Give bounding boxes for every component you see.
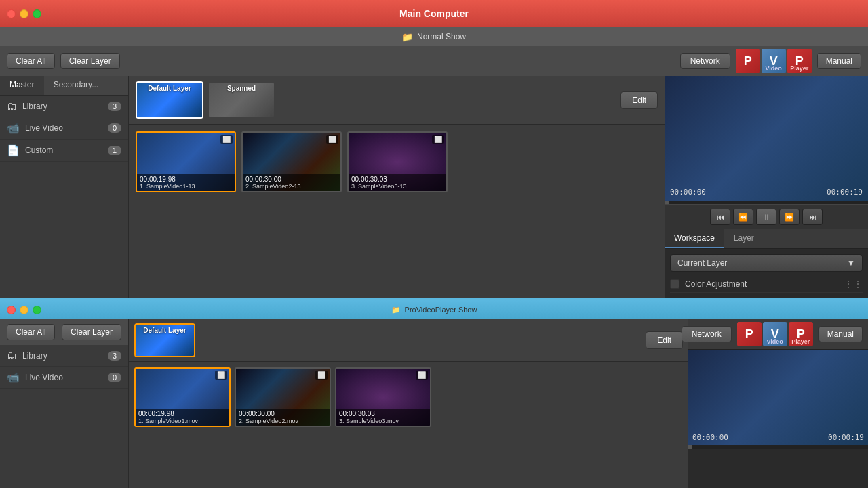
- video-thumb-3[interactable]: ⬜ 00:00:30.03 3. SampleVideo3-13....: [347, 131, 448, 192]
- folder-icon-bottom: 📁: [391, 306, 401, 314]
- thumb-overlay-1: 00:00:19.98 1. SampleVideo1-13....: [137, 174, 235, 191]
- thumb-icon-2: ⬜: [326, 135, 338, 144]
- thumb-icon-3: ⬜: [432, 135, 444, 144]
- content-area: Default Layer Spanned Edit ⬜ 00:00:19.98…: [129, 76, 665, 298]
- tab-layer[interactable]: Layer: [724, 229, 764, 248]
- color-adjustment-row: Color Adjustment ⋮⋮: [670, 276, 863, 293]
- thumbnails-area: ⬜ 00:00:19.98 1. SampleVideo1-13.... ⬜ 0…: [129, 125, 665, 298]
- current-layer-dropdown[interactable]: Current Layer ▼: [670, 254, 863, 272]
- video-thumb-1[interactable]: ⬜ 00:00:19.98 1. SampleVideo1-13....: [136, 131, 236, 192]
- bottom-progress-fill: [688, 445, 692, 449]
- manual-button[interactable]: Manual: [817, 53, 861, 69]
- bottom-content-container: Clear All Clear Layer 🗂 Library 3 📹 Live…: [0, 319, 868, 488]
- top-toolbar: Clear All Clear Layer Network P V Video …: [0, 46, 868, 76]
- bottom-window: 📁 ProVideoPlayer Show Clear All Clear La…: [0, 298, 868, 488]
- bottom-library-icon: 🗂: [7, 350, 17, 361]
- thumb-icon-1: ⬜: [220, 135, 233, 144]
- bottom-default-layer-tab[interactable]: Default Layer: [134, 323, 195, 357]
- bottom-sidebar: Clear All Clear Layer 🗂 Library 3 📹 Live…: [0, 319, 129, 488]
- tab-master[interactable]: Master: [0, 76, 44, 95]
- bottom-manual-button[interactable]: Manual: [818, 326, 863, 342]
- bottom-network-button[interactable]: Network: [682, 326, 732, 342]
- tab-workspace[interactable]: Workspace: [665, 229, 724, 248]
- bottom-progress-bar[interactable]: [688, 445, 868, 449]
- clear-all-button[interactable]: Clear All: [7, 53, 55, 69]
- bottom-video-thumb-2[interactable]: ⬜ 00:00:30.00 2. SampleVideo2.mov: [235, 367, 331, 427]
- clear-layer-button[interactable]: Clear Layer: [60, 53, 120, 69]
- toolbar-right: Network P V Video P Player Manual: [680, 49, 861, 73]
- p-button-2[interactable]: P Player: [787, 49, 812, 73]
- maximize-button[interactable]: [33, 9, 41, 18]
- bottom-thumb-icon-3: ⬜: [416, 371, 428, 380]
- video-thumb-2[interactable]: ⬜ 00:00:30.00 2. SampleVideo2-13....: [241, 131, 342, 192]
- transport-bar: ⏮ ⏪ ⏸ ⏩ ⏭: [665, 204, 868, 229]
- sidebar-item-live-video[interactable]: 📹 Live Video 0: [0, 117, 128, 140]
- bottom-sidebar-item-live-video[interactable]: 📹 Live Video 0: [0, 367, 128, 389]
- bottom-clear-layer-button[interactable]: Clear Layer: [62, 324, 121, 340]
- title-bar: Main Computer: [0, 0, 868, 27]
- layer-settings: Current Layer ▼ Color Adjustment ⋮⋮: [665, 249, 868, 298]
- skip-forward-button[interactable]: ⏭: [802, 209, 823, 225]
- bottom-traffic-lights: [7, 306, 41, 314]
- custom-icon: 📄: [7, 144, 20, 157]
- bottom-preview-area: 00:00:00 00:00:19: [688, 350, 868, 445]
- bottom-right-panel: Network P VVideo PPlayer Manual 00:00:00…: [688, 319, 868, 488]
- minimize-button[interactable]: [20, 9, 28, 18]
- bottom-timecode-start: 00:00:00: [692, 433, 728, 442]
- bottom-timecodes: 00:00:00 00:00:19: [688, 433, 868, 442]
- bottom-p-button-1[interactable]: P: [737, 322, 762, 346]
- spanned-layer-tab[interactable]: Spanned: [208, 81, 275, 119]
- tab-bar: Master Secondary...: [0, 76, 128, 96]
- tab-empty: [764, 229, 783, 248]
- sidebar-item-custom[interactable]: 📄 Custom 1: [0, 140, 128, 162]
- timecode-start: 00:00:00: [670, 188, 706, 197]
- traffic-lights[interactable]: [7, 9, 41, 18]
- bottom-maximize-button[interactable]: [33, 306, 41, 314]
- settings-grid-icon[interactable]: ⋮⋮: [844, 279, 863, 289]
- pvp-container: P V Video P Player: [736, 49, 812, 73]
- sidebar-item-library[interactable]: 🗂 Library 3: [0, 96, 128, 117]
- bottom-thumb-overlay-2: 00:00:30.00 2. SampleVideo2.mov: [236, 409, 330, 426]
- bottom-minimize-button[interactable]: [20, 306, 28, 314]
- bottom-v-button[interactable]: VVideo: [763, 322, 787, 346]
- bottom-thumb-icon-2: ⬜: [315, 371, 328, 380]
- bottom-toolbar: Clear All Clear Layer: [0, 319, 128, 345]
- thumb-overlay-3: 00:00:30.03 3. SampleVideo3-13....: [349, 174, 446, 191]
- bottom-live-video-icon: 📹: [7, 371, 20, 384]
- v-button[interactable]: V Video: [762, 49, 786, 73]
- subtitle-bar: 📁 Normal Show: [0, 27, 868, 46]
- library-icon: 🗂: [7, 100, 17, 112]
- forward-button[interactable]: ⏩: [779, 209, 800, 225]
- workspace-tabs: Workspace Layer: [665, 229, 868, 249]
- edit-button[interactable]: Edit: [620, 92, 658, 109]
- skip-back-button[interactable]: ⏮: [710, 209, 730, 225]
- preview-timecodes: 00:00:00 00:00:19: [665, 188, 868, 197]
- bottom-edit-button[interactable]: Edit: [646, 331, 683, 349]
- bottom-thumb-overlay-1: 00:00:19.98 1. SampleVideo1.mov: [136, 409, 229, 426]
- bottom-close-button[interactable]: [7, 306, 16, 314]
- show-name: Normal Show: [417, 32, 466, 41]
- color-adjustment-checkbox[interactable]: [670, 279, 679, 289]
- main-area: Master Secondary... 🗂 Library 3 📹 Live V…: [0, 76, 868, 298]
- bottom-p-button-2[interactable]: PPlayer: [789, 322, 813, 346]
- tab-secondary[interactable]: Secondary...: [44, 76, 108, 95]
- bottom-right-toolbar: Network P VVideo PPlayer Manual: [688, 319, 868, 350]
- default-layer-tab[interactable]: Default Layer: [136, 81, 203, 119]
- pause-button[interactable]: ⏸: [756, 209, 776, 225]
- bottom-video-thumb-3[interactable]: ⬜ 00:00:30.03 3. SampleVideo3.mov: [335, 367, 431, 427]
- back-button[interactable]: ⏪: [733, 209, 753, 225]
- network-button[interactable]: Network: [680, 53, 730, 69]
- chevron-down-icon: ▼: [847, 258, 855, 268]
- bottom-thumb-icon-1: ⬜: [215, 371, 227, 380]
- bottom-sidebar-item-library[interactable]: 🗂 Library 3: [0, 345, 128, 367]
- close-button[interactable]: [7, 9, 16, 18]
- folder-icon: 📁: [402, 32, 413, 42]
- bottom-main-content: Default Layer Edit ⬜ 00:00:19.98 1. Samp…: [129, 319, 688, 488]
- bottom-video-thumb-1[interactable]: ⬜ 00:00:19.98 1. SampleVideo1.mov: [134, 367, 231, 427]
- timecode-end: 00:00:19: [827, 188, 863, 197]
- layer-tabs-bar: Default Layer Spanned Edit: [129, 76, 665, 125]
- bottom-pvp-container: P VVideo PPlayer: [737, 322, 813, 346]
- bottom-clear-all-button[interactable]: Clear All: [7, 324, 55, 340]
- bottom-thumbnails-area: ⬜ 00:00:19.98 1. SampleVideo1.mov ⬜ 00:0…: [129, 362, 688, 488]
- p-button-1[interactable]: P: [736, 49, 760, 73]
